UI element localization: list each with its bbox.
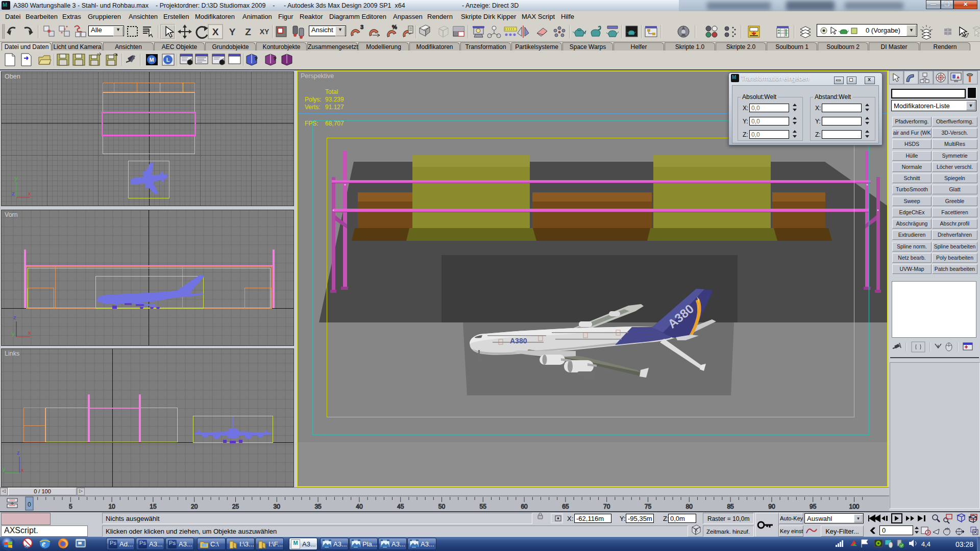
svg-text:95: 95 bbox=[810, 503, 817, 510]
svg-text:x: x bbox=[28, 190, 31, 196]
svg-text:0: 0 bbox=[28, 501, 31, 508]
svg-text:70: 70 bbox=[603, 503, 610, 510]
svg-text:x: x bbox=[21, 467, 24, 473]
svg-text:M: M bbox=[149, 57, 154, 63]
svg-text:y: y bbox=[12, 331, 15, 337]
svg-text:y: y bbox=[3, 466, 6, 472]
svg-text:35: 35 bbox=[314, 503, 322, 510]
svg-text:?: ? bbox=[255, 56, 258, 61]
svg-text:?: ? bbox=[274, 56, 277, 61]
svg-text:50: 50 bbox=[438, 503, 446, 510]
svg-text:z: z bbox=[13, 314, 16, 320]
svg-text:15: 15 bbox=[150, 503, 157, 510]
svg-text:45: 45 bbox=[397, 503, 404, 510]
svg-text:Z: Z bbox=[245, 27, 251, 37]
svg-text:65: 65 bbox=[562, 503, 569, 510]
svg-text:10: 10 bbox=[108, 503, 115, 510]
svg-text:XY: XY bbox=[260, 28, 270, 36]
svg-text:20: 20 bbox=[191, 503, 198, 510]
svg-text:100: 100 bbox=[849, 503, 859, 510]
svg-text:z: z bbox=[17, 449, 20, 456]
svg-text:z: z bbox=[12, 190, 15, 196]
svg-text:90: 90 bbox=[768, 503, 775, 510]
svg-text:L: L bbox=[166, 57, 170, 63]
svg-text:X: X bbox=[212, 27, 219, 37]
svg-text:3: 3 bbox=[360, 24, 363, 30]
svg-text:y: y bbox=[15, 175, 18, 181]
svg-text:%: % bbox=[392, 24, 397, 30]
svg-text:Y: Y bbox=[229, 27, 236, 37]
svg-text:X:: X: bbox=[567, 515, 573, 522]
svg-text:85: 85 bbox=[727, 503, 734, 510]
svg-text:75: 75 bbox=[645, 503, 652, 510]
svg-text:5: 5 bbox=[69, 503, 72, 510]
svg-text:40: 40 bbox=[356, 503, 363, 510]
svg-text:x: x bbox=[28, 330, 31, 336]
svg-text:80: 80 bbox=[686, 503, 693, 510]
svg-text:30: 30 bbox=[274, 503, 281, 510]
svg-text:55: 55 bbox=[480, 503, 487, 510]
svg-text:25: 25 bbox=[232, 503, 239, 510]
svg-text:60: 60 bbox=[521, 503, 528, 510]
